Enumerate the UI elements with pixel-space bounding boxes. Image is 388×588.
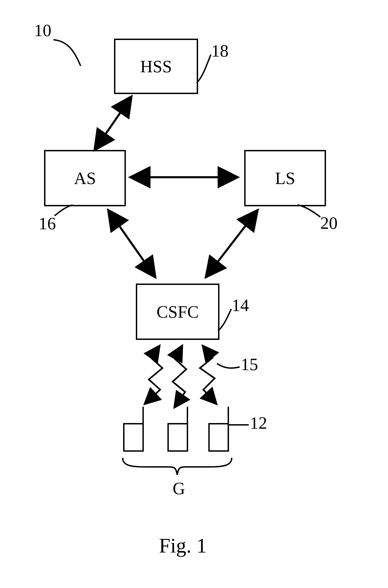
svg-rect-4	[209, 424, 228, 451]
arrow-hss-as	[96, 98, 131, 149]
device-3	[209, 407, 228, 451]
diagram-canvas: HSS AS LS CSFC 10 18 16 20 14 15 12 G Fi…	[0, 0, 388, 588]
leader-14	[218, 309, 231, 331]
ref-diagram: 10	[34, 21, 51, 40]
ref-csfc: 14	[232, 295, 249, 315]
ref-ls: 20	[320, 213, 338, 233]
figure-caption: Fig. 1	[159, 534, 207, 557]
node-csfc-text: CSFC	[157, 302, 199, 322]
node-hss-text: HSS	[140, 57, 172, 76]
leader-18	[197, 54, 211, 83]
svg-rect-2	[168, 424, 187, 451]
node-hss: HSS	[114, 39, 198, 94]
leader-20	[298, 205, 320, 217]
ref-device: 12	[250, 413, 267, 433]
wireless-link-2	[173, 346, 186, 407]
node-ls-text: LS	[275, 168, 295, 188]
wireless-link-1	[146, 346, 162, 403]
device-2	[168, 407, 187, 451]
group-label: G	[173, 478, 185, 498]
leader-16	[54, 205, 73, 216]
leader-15	[217, 364, 240, 368]
device-1	[124, 407, 143, 451]
ref-hss: 18	[211, 41, 229, 61]
arrow-as-csfc	[109, 211, 154, 276]
group-brace	[123, 458, 232, 475]
wireless-link-3	[200, 346, 216, 403]
ref-as: 16	[39, 214, 56, 233]
node-csfc: CSFC	[136, 284, 219, 340]
ref-wireless: 15	[241, 354, 258, 374]
node-as-text: AS	[74, 168, 96, 188]
node-as: AS	[44, 150, 126, 206]
arrow-ls-csfc	[207, 211, 257, 276]
leader-10	[53, 40, 81, 66]
svg-rect-0	[124, 424, 143, 451]
node-ls: LS	[244, 150, 326, 206]
